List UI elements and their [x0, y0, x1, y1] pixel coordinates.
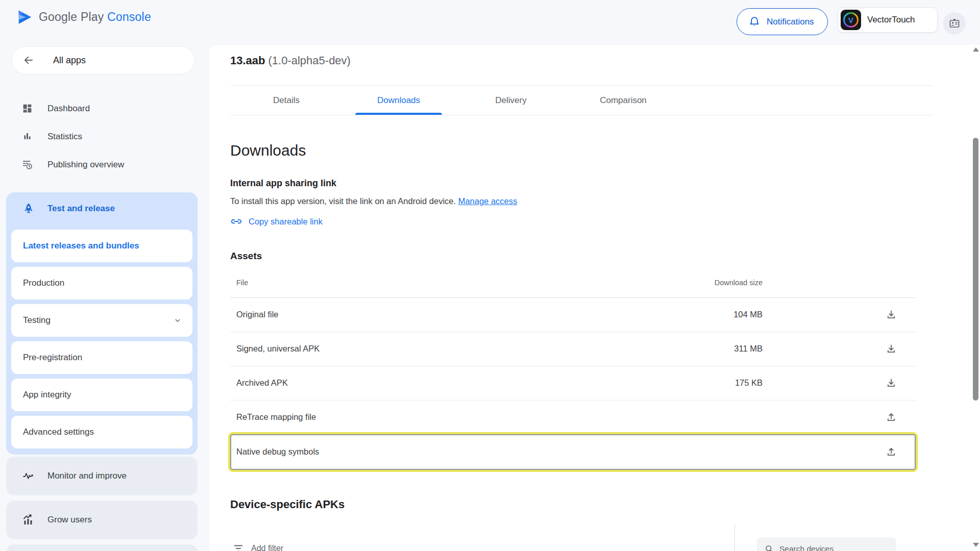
all-apps-label: All apps [53, 55, 86, 66]
test-and-release-section: Test and release Latest releases and bun… [6, 192, 198, 455]
internal-sharing-body: To install this app version, visit the l… [230, 196, 517, 206]
chevron-down-icon[interactable] [173, 316, 182, 325]
notifications-label: Notifications [767, 17, 814, 27]
sidebar-item-latest-releases[interactable]: Latest releases and bundles [11, 230, 192, 262]
column-file: File [236, 279, 248, 287]
sidebar-item-publishing-overview[interactable]: Publishing overview [0, 151, 209, 179]
assets-table-header: File Download size [230, 277, 916, 298]
tab-details[interactable]: Details [230, 86, 342, 115]
tab-comparison[interactable]: Comparison [567, 86, 679, 115]
download-button[interactable] [881, 373, 901, 393]
download-icon [885, 343, 897, 355]
notifications-button[interactable]: Notifications [737, 8, 828, 35]
search-icon [764, 544, 774, 551]
upload-icon [885, 446, 897, 458]
badge-button[interactable] [943, 12, 966, 35]
device-search[interactable] [757, 537, 896, 551]
tab-bar: Details Downloads Delivery Comparison [230, 86, 934, 115]
dashboard-icon [22, 103, 33, 114]
sidebar-item-test-and-release[interactable]: Test and release [6, 192, 198, 225]
back-arrow-icon [22, 54, 35, 66]
bell-icon [748, 16, 761, 28]
sidebar-item-grow-users[interactable]: Grow users [6, 500, 198, 539]
grow-users-icon [22, 514, 34, 526]
publishing-overview-icon [22, 159, 33, 170]
scrollbar-up-arrow[interactable] [973, 47, 979, 52]
table-row-native-debug-symbols-highlighted: Native debug symbols [230, 434, 916, 470]
internal-sharing-heading: Internal app sharing link [230, 178, 336, 189]
link-icon [230, 215, 242, 228]
scrollbar [971, 43, 980, 551]
sidebar-item-monitor-and-improve[interactable]: Monitor and improve [6, 457, 198, 495]
id-badge-icon [948, 17, 961, 30]
device-apks-heading: Device-specific APKs [230, 498, 345, 511]
top-bar: Google Play Console Notifications V Vect… [0, 0, 980, 37]
table-row-signed-apk: Signed, universal APK 311 MB [230, 332, 916, 366]
sidebar: All apps Dashboard Statistics Publishing… [0, 37, 209, 551]
sidebar-item-advanced-settings[interactable]: Advanced settings [11, 416, 192, 448]
download-icon [885, 377, 897, 389]
active-tab-indicator [355, 113, 442, 115]
tab-delivery[interactable]: Delivery [455, 86, 567, 115]
table-row-retrace-mapping: ReTrace mapping file [230, 400, 916, 435]
statistics-icon [22, 131, 33, 142]
column-download-size: Download size [715, 279, 763, 287]
filter-icon [233, 543, 244, 551]
tab-downloads[interactable]: Downloads [342, 86, 455, 115]
app-logo: Google Play Console [18, 9, 151, 25]
upload-icon [885, 411, 897, 423]
download-button[interactable] [881, 339, 901, 359]
sidebar-item-dashboard[interactable]: Dashboard [0, 94, 209, 122]
sidebar-item-statistics[interactable]: Statistics [0, 122, 209, 151]
sidebar-item-app-integrity[interactable]: App integrity [11, 379, 192, 411]
add-filter-button[interactable]: Add filter [233, 543, 283, 551]
content-panel: 13.aab(1.0-alpha5-dev) Details Downloads… [209, 45, 980, 551]
rocket-icon [22, 202, 35, 215]
account-chip[interactable]: V VectorTouch [838, 7, 938, 33]
scrollbar-down-arrow[interactable] [973, 543, 979, 547]
download-icon [885, 309, 897, 321]
scrollbar-thumb[interactable] [973, 138, 978, 400]
table-row-original-file: Original file 104 MB [230, 298, 916, 332]
app-icon-letter: V [845, 14, 857, 26]
assets-heading: Assets [230, 251, 262, 262]
manage-access-link[interactable]: Manage access [458, 196, 518, 206]
play-logo-icon [18, 9, 32, 25]
upload-button[interactable] [881, 442, 901, 462]
sidebar-item-pre-registration[interactable]: Pre-registration [11, 341, 192, 374]
page-title: 13.aab(1.0-alpha5-dev) [230, 54, 351, 67]
download-button[interactable] [881, 305, 901, 325]
app-icon: V [841, 10, 861, 30]
divider [734, 524, 735, 551]
search-input[interactable] [779, 544, 881, 551]
sidebar-item-production[interactable]: Production [11, 267, 192, 299]
account-name: VectorTouch [867, 15, 915, 25]
sidebar-item-testing[interactable]: Testing [11, 304, 192, 337]
downloads-heading: Downloads [230, 142, 306, 159]
monitor-icon [22, 470, 34, 482]
sidebar-item-partial[interactable] [6, 544, 198, 551]
copy-shareable-link[interactable]: Copy shareable link [230, 215, 323, 228]
upload-button[interactable] [881, 407, 901, 428]
table-row-archived-apk: Archived APK 175 KB [230, 366, 916, 400]
logo-text: Google Play Console [39, 10, 151, 24]
all-apps-button[interactable]: All apps [11, 46, 195, 74]
